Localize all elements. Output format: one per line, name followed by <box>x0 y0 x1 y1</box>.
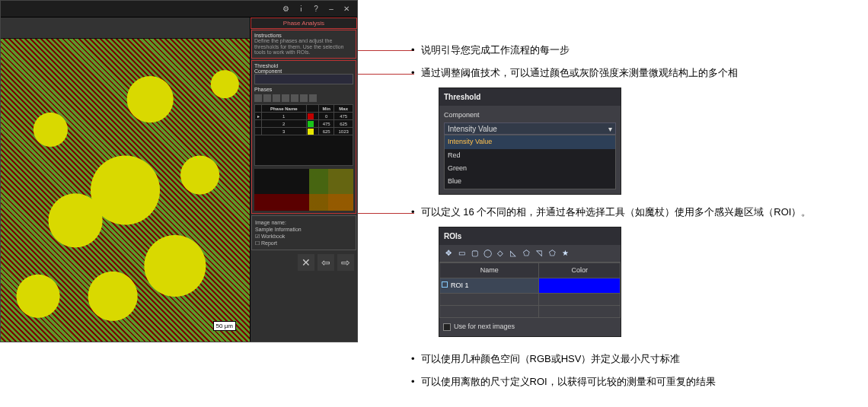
help-icon[interactable]: ? <box>310 3 322 15</box>
next-button[interactable]: ⇨ <box>337 254 354 271</box>
threshold-mini-title: Threshold <box>439 88 621 106</box>
rois-toolbar: ✥ ▭ ▢ ◯ ◇ ◺ ⬠ ◹ ⬠ ★ <box>439 245 621 262</box>
threshold-mini-panel: Threshold Component Intensity Value ▾ In… <box>439 87 621 194</box>
annotation-line: 通过调整阈值技术，可以通过颜色或灰阶强度来测量微观结构上的多个相 <box>411 65 853 81</box>
rois-mini-title: ROIs <box>439 227 621 245</box>
info-icon[interactable]: ⅰ <box>295 3 307 15</box>
back-button[interactable]: ⇦ <box>318 254 334 271</box>
roundrect-icon[interactable]: ▢ <box>469 248 480 259</box>
phase-tools <box>254 94 353 102</box>
use-next-label: Use for next images <box>454 321 515 332</box>
rois-table: Name Color ROI 1 <box>439 262 621 319</box>
tool-btn[interactable] <box>291 94 298 102</box>
pointer-icon[interactable]: ✥ <box>443 248 454 259</box>
rois-col-name: Name <box>440 262 539 278</box>
scale-bar: 50 µm <box>213 321 236 331</box>
threshold-header: Threshold <box>254 63 353 68</box>
microstructure-image <box>1 39 250 342</box>
annotation-text: 通过调整阈值技术，可以通过颜色或灰阶强度来测量微观结构上的多个相 <box>421 65 738 81</box>
side-panel-title: Phase Analysis <box>251 17 357 29</box>
gear-icon[interactable]: ⚙ <box>279 3 292 15</box>
info-line: ☑ Workbook <box>255 233 353 240</box>
instructions-header: Instructions <box>254 33 353 38</box>
app-titlebar: ⚙ ⅰ ? – ✕ <box>1 1 357 17</box>
phase-swatch[interactable] <box>308 113 314 119</box>
threshold-box: Threshold Component Phases Phase <box>251 60 356 214</box>
info-line: Image name: <box>255 219 353 226</box>
use-next-checkbox[interactable] <box>443 323 451 331</box>
rois-row[interactable] <box>440 306 621 318</box>
phase-table: Phase Name Min Max ▸ 1 0 475 2 <box>254 104 353 166</box>
rois-row-color[interactable] <box>539 278 621 294</box>
component-select[interactable] <box>254 74 353 84</box>
instructions-box: Instructions Define the phases and adjus… <box>251 30 356 59</box>
tool-btn[interactable] <box>282 94 289 102</box>
chevron-down-icon: ▾ <box>608 122 612 135</box>
triangle-r-icon[interactable]: ◹ <box>534 248 544 259</box>
rois-mini-panel: ROIs ✥ ▭ ▢ ◯ ◇ ◺ ⬠ ◹ ⬠ ★ Name Color ROI … <box>439 227 621 337</box>
triangle-icon[interactable]: ◺ <box>508 248 519 259</box>
dropdown-option[interactable]: Red <box>445 149 615 162</box>
rois-row[interactable] <box>440 294 621 306</box>
threshold-dropdown: Intensity Value Red Green Blue <box>444 135 616 189</box>
cancel-button[interactable]: ✕ <box>298 254 314 271</box>
phase-row[interactable]: 3 625 1023 <box>255 128 353 135</box>
diamond-icon[interactable]: ◇ <box>495 248 506 259</box>
tool-btn[interactable] <box>309 94 317 102</box>
annotation-line: 可以使用几种颜色空间（RGB或HSV）并定义最小尺寸标准 <box>411 351 853 367</box>
tool-btn[interactable] <box>300 94 308 102</box>
phase-header: Phases <box>254 87 353 92</box>
viewport-toolbar <box>1 17 250 39</box>
tool-btn[interactable] <box>263 94 271 102</box>
rois-col-color: Color <box>539 262 621 278</box>
close-icon[interactable]: ✕ <box>340 3 353 15</box>
app-window: ⚙ ⅰ ? – ✕ 50 µm Phase Analysis Instructi… <box>0 0 358 342</box>
info-block: Image name: Sample Information ☑ Workboo… <box>251 215 356 250</box>
tool-btn[interactable] <box>254 94 262 102</box>
annotation-text: 可以使用离散的尺寸定义ROI，以获得可比较的测量和可重复的结果 <box>421 374 716 390</box>
annotation-line: 说明引导您完成工作流程的每一步 <box>411 42 853 59</box>
side-panel: Phase Analysis Instructions Define the p… <box>251 17 357 342</box>
image-viewport[interactable]: 50 µm <box>1 17 251 342</box>
component-label: Component <box>254 68 353 74</box>
phase-table-header: Phase Name Min Max <box>255 105 353 113</box>
info-line: Sample Information <box>255 226 353 233</box>
circle-icon[interactable]: ◯ <box>482 248 493 259</box>
threshold-mini-label: Component <box>444 110 616 121</box>
dropdown-option[interactable]: Blue <box>445 175 615 188</box>
poly-icon[interactable]: ⬠ <box>521 248 531 259</box>
annotation-text: 说明引导您完成工作流程的每一步 <box>421 42 570 59</box>
instructions-text: Define the phases and adjust the thresho… <box>254 38 353 56</box>
annotation-text: 可以定义 16 个不同的相，并通过各种选择工具（如魔杖）使用多个感兴趣区域（RO… <box>421 204 812 221</box>
phase-row[interactable]: 2 475 625 <box>255 120 353 128</box>
rois-row-name: ROI 1 <box>451 281 469 289</box>
phase-row[interactable] <box>255 135 353 166</box>
dropdown-option[interactable]: Green <box>445 162 615 175</box>
nav-buttons: ✕ ⇦ ⇨ <box>251 251 357 274</box>
rect-icon[interactable]: ▭ <box>456 248 467 259</box>
threshold-mini-select[interactable]: Intensity Value ▾ <box>444 122 616 135</box>
phase-row[interactable]: ▸ 1 0 475 <box>255 113 353 120</box>
star-icon[interactable]: ★ <box>560 248 570 259</box>
dropdown-option[interactable]: Intensity Value <box>445 135 615 148</box>
phase-swatch[interactable] <box>308 129 314 135</box>
rois-row[interactable]: ROI 1 <box>440 278 621 294</box>
histogram[interactable] <box>254 169 353 211</box>
phase-swatch[interactable] <box>308 121 314 127</box>
rois-footer: Use for next images <box>439 318 621 335</box>
threshold-mini-selected: Intensity Value <box>448 122 497 135</box>
minimize-icon[interactable]: – <box>325 3 337 15</box>
annotation-text: 可以使用几种颜色空间（RGB或HSV）并定义最小尺寸标准 <box>421 351 681 367</box>
tool-btn[interactable] <box>273 94 280 102</box>
annotation-line: 可以使用离散的尺寸定义ROI，以获得可比较的测量和可重复的结果 <box>411 374 853 390</box>
info-line: ☐ Report <box>255 240 353 246</box>
annotation-line: 可以定义 16 个不同的相，并通过各种选择工具（如魔杖）使用多个感兴趣区域（RO… <box>411 204 853 221</box>
annotations: 说明引导您完成工作流程的每一步 通过调整阈值技术，可以通过颜色或灰阶强度来测量微… <box>411 42 853 396</box>
pentagon-icon[interactable]: ⬠ <box>547 248 557 259</box>
